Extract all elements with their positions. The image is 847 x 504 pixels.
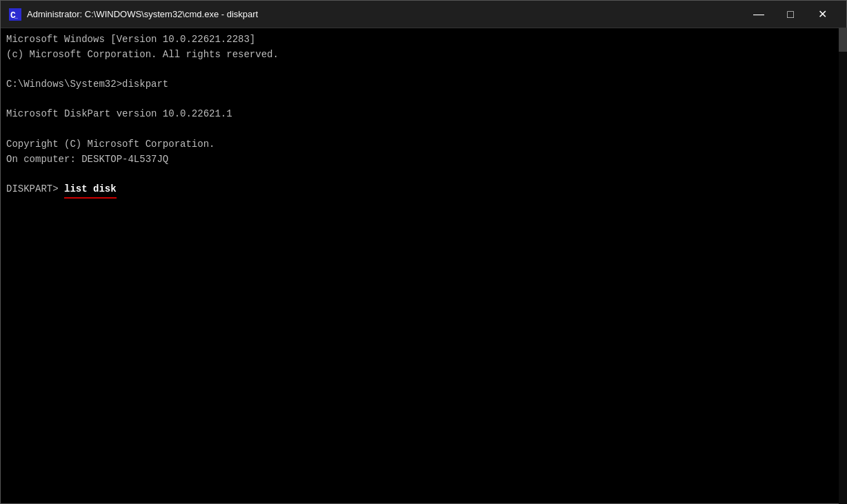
cmd-window: C _ Administrator: C:\WINDOWS\system32\c… <box>0 0 847 504</box>
terminal-line-2: (c) Microsoft Corporation. All rights re… <box>6 48 841 63</box>
window-controls: — □ ✕ <box>743 1 838 28</box>
minimize-button[interactable]: — <box>743 1 775 28</box>
maximize-button[interactable]: □ <box>775 1 806 28</box>
terminal-line-1: Microsoft Windows [Version 10.0.22621.22… <box>6 32 841 48</box>
terminal-line-10 <box>6 167 841 182</box>
terminal-body[interactable]: Microsoft Windows [Version 10.0.22621.22… <box>1 28 846 503</box>
prompt-line[interactable]: DISKPART> list disk <box>6 182 841 197</box>
terminal-line-7 <box>6 122 841 137</box>
terminal-line-6: Microsoft DiskPart version 10.0.22621.1 <box>6 107 841 122</box>
window-container: C _ Administrator: C:\WINDOWS\system32\c… <box>0 0 847 504</box>
scrollbar-thumb[interactable] <box>839 28 847 52</box>
window-title: Administrator: C:\WINDOWS\system32\cmd.e… <box>27 9 743 19</box>
terminal-line-3 <box>6 62 841 77</box>
title-bar: C _ Administrator: C:\WINDOWS\system32\c… <box>1 1 846 28</box>
scrollbar-track[interactable] <box>839 28 847 504</box>
typed-command: list disk <box>64 182 117 197</box>
diskpart-prompt: DISKPART> <box>6 182 64 197</box>
svg-text:_: _ <box>14 13 18 19</box>
cmd-icon: C _ <box>9 8 21 21</box>
close-button[interactable]: ✕ <box>806 1 838 28</box>
terminal-line-9: On computer: DESKTOP-4L537JQ <box>6 152 841 168</box>
terminal-line-5 <box>6 92 841 108</box>
terminal-line-4: C:\Windows\System32>diskpart <box>6 77 841 92</box>
terminal-line-8: Copyright (C) Microsoft Corporation. <box>6 137 841 152</box>
